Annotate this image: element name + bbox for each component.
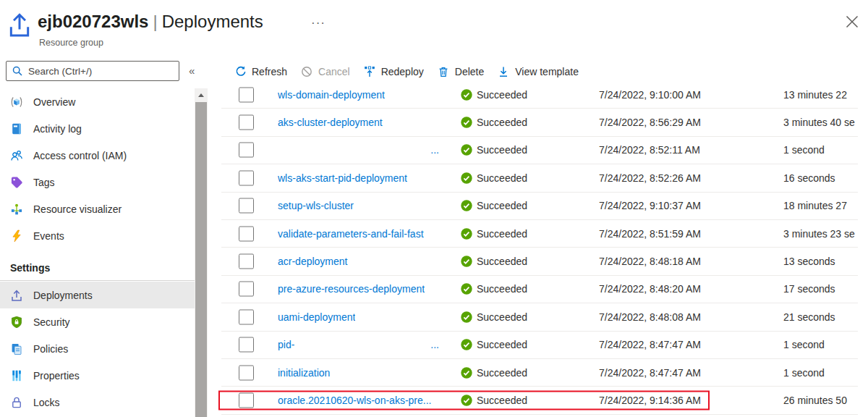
refresh-button[interactable]: Refresh <box>234 66 287 77</box>
sidebar-item-events[interactable]: Events <box>0 222 195 249</box>
resource-group-deployments-icon <box>7 9 32 38</box>
deployment-rows: wls-domain-deploymentSucceeded7/24/2022,… <box>221 81 858 415</box>
sidebar-item-overview[interactable]: Overview <box>0 88 195 115</box>
cancel-button[interactable]: Cancel <box>301 66 350 77</box>
resource-visualizer-icon <box>10 203 23 216</box>
deployment-name-link[interactable]: oracle.20210620-wls-on-aks-pre... <box>278 395 431 406</box>
sidebar-item-access-control[interactable]: Access control (IAM) <box>0 142 195 169</box>
row-checkbox[interactable] <box>239 309 254 324</box>
row-checkbox[interactable] <box>239 254 254 269</box>
duration-cell: 3 minutes 23 se <box>783 228 858 240</box>
duration-cell: 1 second <box>783 339 858 350</box>
duration-cell: 13 minutes 22 <box>783 89 858 101</box>
status-cell: Succeeded <box>461 283 527 295</box>
timestamp-cell: 7/24/2022, 8:48:18 AM <box>599 256 701 267</box>
sidebar-search <box>6 61 179 81</box>
status-label: Succeeded <box>477 256 527 267</box>
deployment-name-cell: aks-cluster-deployment <box>278 117 439 128</box>
scrollbar-up-arrow-icon[interactable] <box>195 88 208 101</box>
deployment-name-cell: pid-... <box>278 339 439 350</box>
collapse-sidebar-button[interactable]: « <box>189 64 195 77</box>
deployment-name-link[interactable]: acr-deployment <box>278 256 348 267</box>
table-row: oracle.20210620-wls-on-aks-pre...Succeed… <box>221 387 858 414</box>
row-checkbox[interactable] <box>239 282 254 297</box>
row-checkbox[interactable] <box>239 115 254 130</box>
sidebar-scrollbar[interactable] <box>195 88 208 417</box>
row-checkbox[interactable] <box>239 392 254 408</box>
view-template-button[interactable]: View template <box>498 66 579 77</box>
status-label: Succeeded <box>477 117 527 128</box>
deployment-name-link[interactable]: initialization <box>278 367 330 379</box>
deployment-name-link[interactable]: setup-wls-cluster <box>278 200 354 211</box>
table-row: wls-aks-start-pid-deploymentSucceeded7/2… <box>221 164 858 192</box>
row-checkbox[interactable] <box>239 365 254 380</box>
truncation-ellipsis: ... <box>430 144 439 156</box>
delete-button[interactable]: Delete <box>438 66 484 77</box>
status-label: Succeeded <box>477 395 527 406</box>
deployment-name-link[interactable]: pid- <box>278 339 294 350</box>
deployment-name-cell: initialization <box>278 367 439 379</box>
redeploy-button[interactable]: Redeploy <box>364 66 424 77</box>
duration-cell: 1 second <box>783 144 858 156</box>
timestamp-cell: 7/24/2022, 8:48:20 AM <box>599 283 701 295</box>
sidebar-item-locks[interactable]: Locks <box>0 389 195 416</box>
sidebar-item-security[interactable]: Security <box>0 308 195 335</box>
sidebar-item-tags[interactable]: Tags <box>0 169 195 195</box>
row-checkbox[interactable] <box>239 337 254 353</box>
sidebar-settings-nav: Deployments Security Policies <box>0 282 195 416</box>
search-input[interactable] <box>6 61 179 81</box>
more-menu-icon[interactable]: ··· <box>311 16 326 30</box>
succeeded-icon <box>461 395 472 406</box>
succeeded-icon <box>461 200 472 211</box>
sidebar-item-label: Policies <box>33 343 68 355</box>
row-checkbox[interactable] <box>239 226 254 241</box>
sidebar-item-resource-visualizer[interactable]: Resource visualizer <box>0 195 195 222</box>
table-row: initializationSucceeded7/24/2022, 8:47:4… <box>221 359 858 387</box>
deployment-name-cell: validate-parameters-and-fail-fast <box>278 228 439 240</box>
succeeded-icon <box>461 89 472 101</box>
row-checkbox[interactable] <box>239 170 254 185</box>
timestamp-cell: 7/24/2022, 9:14:36 AM <box>599 395 701 406</box>
table-row: ...Succeeded7/24/2022, 8:52:11 AM1 secon… <box>221 137 858 164</box>
deployment-name-link[interactable]: pre-azure-resources-deployment <box>278 283 425 295</box>
deployment-name-link[interactable]: wls-domain-deployment <box>278 89 385 101</box>
table-row: pre-azure-resources-deploymentSucceeded7… <box>221 276 858 303</box>
scrollbar-thumb[interactable] <box>195 102 207 417</box>
command-bar: Refresh Cancel Redeploy <box>234 61 579 83</box>
timestamp-cell: 7/24/2022, 8:47:47 AM <box>599 339 701 350</box>
status-cell: Succeeded <box>461 200 527 211</box>
row-checkbox[interactable] <box>239 198 254 214</box>
deployment-name-link[interactable]: uami-deployment <box>278 311 355 323</box>
page-title: ejb020723wls|Deployments <box>38 12 263 32</box>
succeeded-icon <box>461 339 472 350</box>
deployment-name-cell: setup-wls-cluster <box>278 200 439 211</box>
sidebar-item-properties[interactable]: Properties <box>0 362 195 389</box>
deployment-name-link[interactable]: wls-aks-start-pid-deployment <box>278 172 407 184</box>
duration-cell: 21 seconds <box>783 311 858 323</box>
status-label: Succeeded <box>477 283 527 295</box>
deployment-name-cell: pre-azure-resources-deployment <box>278 283 439 295</box>
refresh-icon <box>234 66 246 77</box>
sidebar-nav: Overview Activity log Acces <box>0 88 195 249</box>
status-cell: Succeeded <box>461 172 527 184</box>
table-row: uami-deploymentSucceeded7/24/2022, 8:48:… <box>221 303 858 331</box>
status-label: Succeeded <box>477 367 527 379</box>
duration-cell: 13 seconds <box>783 256 858 267</box>
status-label: Succeeded <box>477 228 527 240</box>
sidebar-item-policies[interactable]: Policies <box>0 335 195 362</box>
row-checkbox[interactable] <box>239 143 254 158</box>
search-icon <box>12 65 23 77</box>
row-checkbox[interactable] <box>239 87 254 102</box>
deployment-name-link[interactable]: aks-cluster-deployment <box>278 117 383 128</box>
sidebar-item-deployments[interactable]: Deployments <box>0 282 195 308</box>
succeeded-icon <box>461 311 472 323</box>
sidebar-item-label: Security <box>33 316 70 328</box>
tags-icon <box>10 176 23 189</box>
sidebar-item-activity-log[interactable]: Activity log <box>0 115 195 142</box>
deployment-name-link[interactable]: validate-parameters-and-fail-fast <box>278 228 424 240</box>
status-label: Succeeded <box>477 144 527 156</box>
close-icon[interactable] <box>845 14 859 29</box>
delete-label: Delete <box>455 66 484 77</box>
duration-cell: 18 minutes 27 <box>783 200 858 211</box>
resource-name: ejb020723wls <box>38 12 148 31</box>
